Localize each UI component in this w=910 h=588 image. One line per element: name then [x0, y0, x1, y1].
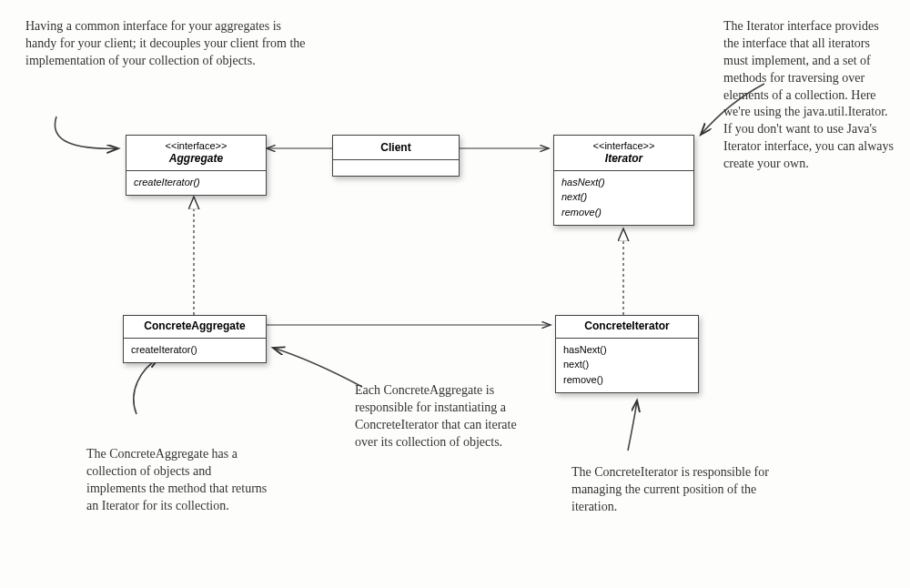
concrete-aggregate-box: ConcreteAggregate createIterator(): [123, 315, 267, 363]
annotation-top-right: The Iterator interface provides the inte…: [723, 18, 896, 173]
concrete-iterator-name: ConcreteIterator: [563, 319, 691, 334]
iterator-method: remove(): [561, 205, 686, 220]
iterator-method: next(): [561, 189, 686, 205]
concrete-iterator-method: next(): [563, 357, 691, 372]
annotation-bottom-middle: Each ConcreteAggregate is responsible fo…: [355, 382, 528, 451]
concrete-iterator-method: remove(): [563, 372, 691, 388]
concrete-iterator-method: hasNext(): [563, 342, 691, 358]
iterator-name: Iterator: [561, 152, 686, 167]
aggregate-stereotype: <<interface>>: [134, 139, 258, 152]
annotation-top-left: Having a common interface for your aggre…: [25, 18, 308, 70]
iterator-stereotype: <<interface>>: [561, 139, 686, 152]
aggregate-interface-box: <<interface>> Aggregate createIterator(): [126, 135, 267, 196]
iterator-method: hasNext(): [561, 175, 686, 190]
iterator-interface-box: <<interface>> Iterator hasNext() next() …: [553, 135, 694, 226]
aggregate-method: createIterator(): [134, 175, 258, 190]
concrete-aggregate-method: createIterator(): [131, 342, 258, 358]
client-name: Client: [340, 141, 451, 156]
annotation-bottom-left: The ConcreteAggregate has a collection o…: [86, 446, 268, 515]
client-box: Client: [332, 135, 460, 177]
concrete-iterator-box: ConcreteIterator hasNext() next() remove…: [555, 315, 699, 393]
aggregate-name: Aggregate: [134, 152, 258, 167]
concrete-aggregate-name: ConcreteAggregate: [131, 319, 258, 334]
annotation-bottom-right: The ConcreteIterator is responsible for …: [571, 464, 772, 516]
